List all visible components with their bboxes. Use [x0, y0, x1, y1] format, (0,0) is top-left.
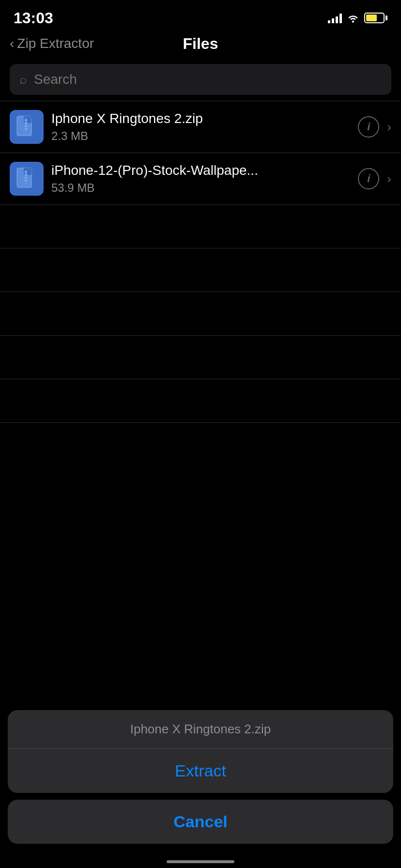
action-sheet: Iphone X Ringtones 2.zip Extract Cancel: [0, 710, 401, 868]
back-label: Zip Extractor: [17, 36, 94, 51]
wifi-icon: [347, 13, 359, 23]
empty-row: [0, 336, 401, 379]
file-size: 2.3 MB: [51, 129, 350, 143]
status-icons: [328, 13, 387, 23]
search-bar[interactable]: ⌕: [10, 64, 391, 95]
search-container: ⌕: [0, 58, 401, 101]
battery-icon: [364, 13, 387, 23]
zip-file-icon: [10, 110, 44, 144]
file-info: Iphone X Ringtones 2.zip 2.3 MB: [51, 111, 350, 143]
chevron-left-icon: ‹: [10, 36, 14, 51]
list-item[interactable]: iPhone-12-(Pro)-Stock-Wallpape... 53.9 M…: [0, 153, 401, 205]
chevron-right-icon: ›: [387, 171, 391, 186]
status-time: 13:03: [14, 9, 53, 27]
empty-row: [0, 205, 401, 248]
zip-file-icon: [10, 162, 44, 196]
svg-point-0: [352, 20, 354, 22]
file-actions: i ›: [358, 168, 391, 189]
cancel-button[interactable]: Cancel: [8, 800, 393, 844]
back-button[interactable]: ‹ Zip Extractor: [10, 36, 94, 51]
file-name: iPhone-12-(Pro)-Stock-Wallpape...: [51, 163, 350, 178]
file-actions: i ›: [358, 116, 391, 138]
empty-row: [0, 292, 401, 336]
file-name: Iphone X Ringtones 2.zip: [51, 111, 350, 126]
search-input[interactable]: [34, 72, 382, 87]
extract-button[interactable]: Extract: [8, 749, 393, 793]
signal-bars-icon: [328, 13, 342, 23]
action-sheet-title: Iphone X Ringtones 2.zip: [8, 710, 393, 749]
chevron-right-icon: ›: [387, 120, 391, 135]
page-title: Files: [183, 35, 218, 53]
file-info: iPhone-12-(Pro)-Stock-Wallpape... 53.9 M…: [51, 163, 350, 195]
empty-row: [0, 379, 401, 423]
file-list: Iphone X Ringtones 2.zip 2.3 MB i › iPho…: [0, 101, 401, 423]
file-size: 53.9 MB: [51, 181, 350, 195]
info-button[interactable]: i: [358, 168, 379, 189]
status-bar: 13:03: [0, 0, 401, 29]
info-button[interactable]: i: [358, 116, 379, 138]
nav-bar: ‹ Zip Extractor Files: [0, 29, 401, 58]
action-sheet-main: Iphone X Ringtones 2.zip Extract: [8, 710, 393, 793]
list-item[interactable]: Iphone X Ringtones 2.zip 2.3 MB i ›: [0, 101, 401, 153]
empty-row: [0, 248, 401, 292]
search-icon: ⌕: [19, 72, 27, 87]
home-indicator: [167, 860, 234, 863]
